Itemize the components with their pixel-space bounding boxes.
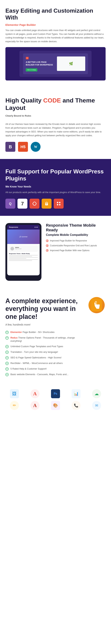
- revslider-icon: 7: [17, 199, 27, 208]
- section3-description: All our products work perfectly with all…: [5, 190, 106, 194]
- section2-description: All of our themes have been reviewed by …: [5, 122, 106, 137]
- feature-item: Improved Page Builder for Responsive: [46, 239, 106, 242]
- nav-dot: [36, 227, 37, 228]
- photo-icon: 🖼: [10, 389, 19, 398]
- complete-item: + SEO & Page Speed Optimizations - High …: [5, 356, 84, 360]
- feature-check-icon: [46, 240, 48, 242]
- svg-rect-10: [55, 200, 62, 207]
- complete-item-text: Translation - Turn your site into any la…: [10, 350, 58, 354]
- complete-item: + Elementor Page Builder - 50+ Shortcode…: [5, 330, 84, 334]
- laptop-right-panel: 🌿: [57, 56, 85, 71]
- laptop-mockup: E A BETTER LIVE PAGE BUILDER FOR WORDPRE…: [19, 51, 92, 77]
- complete-item-text: Unlimited Custom Page Templates and Post…: [10, 345, 63, 348]
- complete-item-text: 5 Rated Help & Customer Support!: [10, 367, 47, 370]
- plus-icon: +: [5, 336, 9, 340]
- tech-icons: B H5 W: [5, 142, 106, 152]
- complete-item-text: SEO & Page Speed Optimizations - High Sc…: [10, 356, 61, 359]
- phone-hero-image: 🏖 Summer: [7, 230, 40, 244]
- icon-item: A: [26, 389, 44, 398]
- elementor-page-builder-link[interactable]: Elementor Page Builder: [5, 23, 106, 26]
- icon-item: ✉: [88, 401, 106, 410]
- pencil-icon: ✏: [10, 401, 19, 410]
- section1-title: Easy Editing and Customization With: [5, 7, 106, 21]
- section3-title: Full Support for Popular WordPress Plugi…: [5, 168, 106, 182]
- plus-icon: +: [5, 345, 9, 348]
- security-icon: [42, 199, 52, 208]
- nav-dot: [37, 227, 38, 228]
- photoshop-icon: Ps: [51, 389, 60, 398]
- mail-icon: ✉: [92, 401, 101, 410]
- wordpress-icon: W: [31, 142, 41, 152]
- laptop-container: E A BETTER LIVE PAGE BUILDER FOR WORDPRE…: [5, 47, 106, 80]
- icon-grid: 🖼 A Ps 📊 ☁ ✏ A 🎨 📞 ✉: [5, 389, 106, 410]
- card-line: [9, 255, 38, 256]
- bootstrap-icon: B: [5, 142, 15, 152]
- phone-card: Admin Sep 23, 2017: [9, 246, 38, 252]
- visual-composer-icon: [54, 199, 64, 208]
- wpml-icon: [29, 199, 39, 208]
- phone-icon: 📞: [72, 401, 81, 410]
- laptop-screen: E A BETTER LIVE PAGE BUILDER FOR WORDPRE…: [23, 54, 88, 74]
- complete-grid: A complete experience, everything you wa…: [5, 297, 106, 378]
- card-line: [9, 257, 38, 258]
- section-responsive: Responsive 🏖 Summer Admin Sep 23, 201: [0, 216, 111, 288]
- section-code: High Quality CODE and Theme Layout Clear…: [0, 88, 111, 159]
- hand-icon-box: [88, 297, 106, 313]
- svg-rect-13: [57, 204, 58, 205]
- responsive-title: Responsive Theme Mobile Ready: [46, 223, 106, 232]
- phone-content: Admin Sep 23, 2017 Responsive Theme - Mo…: [7, 244, 40, 263]
- feature-item: Customizable Responsive Grid and Row Lay…: [46, 244, 106, 247]
- laptop-heading: A BETTER LIVE PAGE BUILDER FOR WORDPRESS: [26, 61, 54, 66]
- html5-icon: H5: [18, 142, 28, 152]
- svg-rect-12: [59, 202, 60, 203]
- icon-item: Ps: [46, 389, 64, 398]
- nav-dot: [35, 227, 35, 228]
- phone-card-name: Admin: [15, 247, 36, 248]
- try-free-button[interactable]: TRY IT FREE: [26, 68, 37, 72]
- icon-item: 🎨: [46, 401, 64, 410]
- phone-hero-gradient: 🏖 Summer: [7, 230, 40, 244]
- chart-icon: 📊: [72, 389, 81, 398]
- plus-icon: +: [5, 368, 9, 371]
- feature-item: Improved Page Builder With new Options: [46, 249, 106, 252]
- icon-item: ☁: [88, 389, 106, 398]
- section-plugin-grid: 🖼 A Ps 📊 ☁ ✏ A 🎨 📞 ✉: [0, 386, 111, 417]
- svg-point-9: [46, 204, 47, 204]
- plus-icon: +: [5, 350, 9, 354]
- phone-card-date: Sep 23, 2017: [15, 248, 36, 250]
- complete-item: + Basic website Elements - Carousels, Ma…: [5, 373, 84, 376]
- plus-icon: +: [5, 331, 9, 334]
- section2-subtitle: Clearly Bound to Rules: [5, 114, 106, 118]
- elementor-badge: E: [26, 57, 29, 59]
- feature-check-icon: [46, 249, 48, 252]
- laptop-left-panel: E A BETTER LIVE PAGE BUILDER FOR WORDPRE…: [26, 56, 54, 72]
- cloud-icon: ☁: [92, 389, 101, 398]
- responsive-content: Responsive Theme Mobile Ready Complete M…: [46, 223, 106, 254]
- card-line: [9, 258, 26, 259]
- icon-item: A: [26, 401, 44, 410]
- font-serif-icon: A: [30, 401, 39, 410]
- section1-description: You can create unlimited page structures…: [5, 28, 106, 44]
- section-complete: A complete experience, everything you wa…: [0, 288, 111, 386]
- woocommerce-icon: Q: [5, 199, 15, 208]
- phone-nav: [35, 227, 38, 228]
- feature-list: Improved Page Builder for Responsive Cus…: [46, 239, 106, 252]
- section-editing: Easy Editing and Customization With Elem…: [0, 0, 111, 88]
- plugin-icons: Q 7: [5, 199, 106, 208]
- feature-text: Customizable Responsive Grid and Row Lay…: [50, 244, 97, 247]
- svg-rect-11: [57, 202, 58, 203]
- plus-icon: +: [5, 373, 9, 376]
- complete-item: + RevSlider - WPML - WooCommerce and all…: [5, 362, 84, 365]
- icon-item: 🖼: [5, 389, 23, 398]
- complete-item-text: Redux Theme Options Panel - Thousands of…: [10, 336, 84, 343]
- section2-title-plain: High Quality: [5, 97, 43, 104]
- feature-check-icon: [46, 244, 48, 247]
- icon-item: 📊: [67, 389, 85, 398]
- phone-logo: Responsive: [9, 226, 18, 228]
- section-plugins: Full Support for Popular WordPress Plugi…: [0, 159, 111, 216]
- icon-item: 📞: [67, 401, 85, 410]
- plus-icon: +: [5, 362, 9, 365]
- feature-text: Improved Page Builder With new Options: [50, 249, 89, 252]
- phone-card-title: Responsive Theme - Mobile Ready: [9, 253, 38, 254]
- complete-item: + Translation - Turn your site into any …: [5, 350, 84, 354]
